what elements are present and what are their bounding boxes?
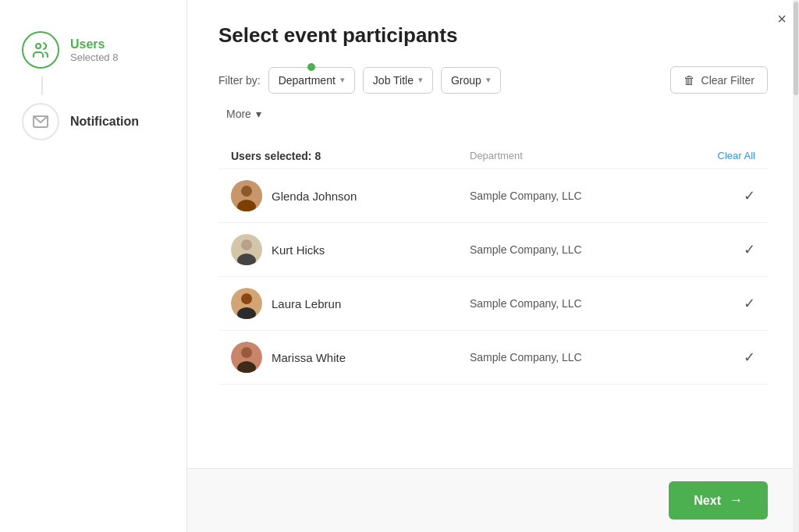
- checkbox-cell[interactable]: ✓: [708, 295, 755, 312]
- more-filters-button[interactable]: More ▾: [218, 103, 269, 125]
- table-header: Users selected: 8 Department Clear All: [218, 144, 768, 169]
- user-cell: Laura Lebrun: [231, 288, 470, 319]
- svg-point-0: [36, 44, 41, 48]
- more-chevron-icon: ▾: [256, 108, 261, 120]
- avatar: [231, 342, 262, 373]
- users-table: Users selected: 8 Department Clear All: [218, 144, 768, 452]
- close-button[interactable]: ×: [777, 11, 787, 27]
- table-row[interactable]: Glenda Johnson Sample Company, LLC ✓: [218, 169, 768, 223]
- dept-name: Sample Company, LLC: [470, 297, 708, 310]
- check-icon: ✓: [744, 349, 755, 366]
- trash-icon: 🗑: [684, 73, 695, 87]
- job-title-chevron-icon: ▾: [418, 75, 423, 85]
- dept-name: Sample Company, LLC: [470, 190, 708, 202]
- sidebar-item-notification[interactable]: Notification: [16, 95, 171, 148]
- clear-all-button[interactable]: Clear All: [718, 150, 755, 161]
- notification-step-labels: Notification: [70, 115, 139, 129]
- svg-point-12: [241, 347, 252, 358]
- group-dropdown-button[interactable]: Group ▾: [441, 67, 501, 94]
- group-dropdown-label: Group: [451, 74, 481, 87]
- users-step-subtitle: Selected 8: [70, 51, 118, 63]
- clear-filter-button[interactable]: 🗑 Clear Filter: [670, 66, 768, 94]
- department-filter-dropdown[interactable]: Department ▾: [268, 67, 355, 94]
- dept-name: Sample Company, LLC: [470, 351, 708, 364]
- sidebar-item-users[interactable]: Users Selected 8: [16, 23, 171, 76]
- user-cell: Glenda Johnson: [231, 180, 470, 211]
- table-row[interactable]: Marissa White Sample Company, LLC ✓: [218, 331, 768, 385]
- scrollbar[interactable]: [793, 0, 799, 532]
- checkbox-cell[interactable]: ✓: [708, 241, 755, 258]
- filter-by-label: Filter by:: [218, 74, 261, 87]
- users-step-labels: Users Selected 8: [70, 37, 118, 63]
- clear-filter-label: Clear Filter: [701, 74, 755, 87]
- check-icon: ✓: [744, 241, 755, 258]
- users-step-title: Users: [70, 37, 118, 51]
- filter-row: Filter by: Department ▾ Job Title ▾ G: [218, 66, 768, 94]
- notification-step-icon: [22, 103, 59, 140]
- col-header-department: Department: [470, 150, 708, 162]
- table-row[interactable]: Laura Lebrun Sample Company, LLC ✓: [218, 277, 768, 331]
- user-cell: Marissa White: [231, 342, 470, 373]
- more-label: More: [226, 108, 251, 120]
- modal-footer: Next →: [187, 468, 799, 532]
- col-header-users: Users selected: 8: [231, 150, 470, 162]
- checkbox-cell[interactable]: ✓: [708, 187, 755, 204]
- notification-step-title: Notification: [70, 115, 139, 129]
- svg-point-9: [241, 293, 252, 304]
- user-name: Marissa White: [272, 351, 346, 364]
- avatar: [231, 180, 262, 211]
- col-header-clear: Clear All: [708, 150, 755, 162]
- job-title-dropdown-label: Job Title: [373, 74, 414, 87]
- check-icon: ✓: [744, 295, 755, 312]
- group-filter-dropdown[interactable]: Group ▾: [441, 67, 501, 94]
- main-panel: × Select event participants Filter by: D…: [187, 0, 799, 532]
- users-step-icon: [22, 31, 59, 69]
- job-title-dropdown-button[interactable]: Job Title ▾: [363, 67, 433, 94]
- next-button[interactable]: Next →: [669, 481, 768, 520]
- avatar: [231, 234, 262, 265]
- user-name: Laura Lebrun: [272, 297, 341, 310]
- svg-point-3: [241, 186, 252, 197]
- department-chevron-icon: ▾: [340, 75, 345, 85]
- group-chevron-icon: ▾: [486, 75, 491, 85]
- more-row: More ▾: [218, 103, 768, 125]
- check-icon: ✓: [744, 187, 755, 204]
- user-name: Kurt Hicks: [272, 243, 325, 257]
- department-dropdown-button[interactable]: Department ▾: [268, 67, 355, 94]
- avatar: [231, 288, 262, 319]
- page-title: Select event participants: [218, 23, 768, 48]
- user-name: Glenda Johnson: [272, 190, 357, 203]
- sidebar: Users Selected 8 Notification: [0, 0, 187, 532]
- users-selected-count: Users selected: 8: [231, 150, 321, 162]
- job-title-filter-dropdown[interactable]: Job Title ▾: [363, 67, 433, 94]
- department-dropdown-label: Department: [279, 74, 336, 87]
- table-row[interactable]: Kurt Hicks Sample Company, LLC ✓: [218, 223, 768, 277]
- next-arrow-icon: →: [729, 492, 743, 509]
- svg-point-6: [241, 239, 252, 250]
- content-body: Select event participants Filter by: Dep…: [187, 0, 799, 468]
- dept-name: Sample Company, LLC: [470, 243, 708, 256]
- next-label: Next: [694, 494, 721, 508]
- checkbox-cell[interactable]: ✓: [708, 349, 755, 366]
- scrollbar-thumb: [794, 2, 798, 95]
- user-cell: Kurt Hicks: [231, 234, 470, 265]
- step-connector: [41, 76, 43, 95]
